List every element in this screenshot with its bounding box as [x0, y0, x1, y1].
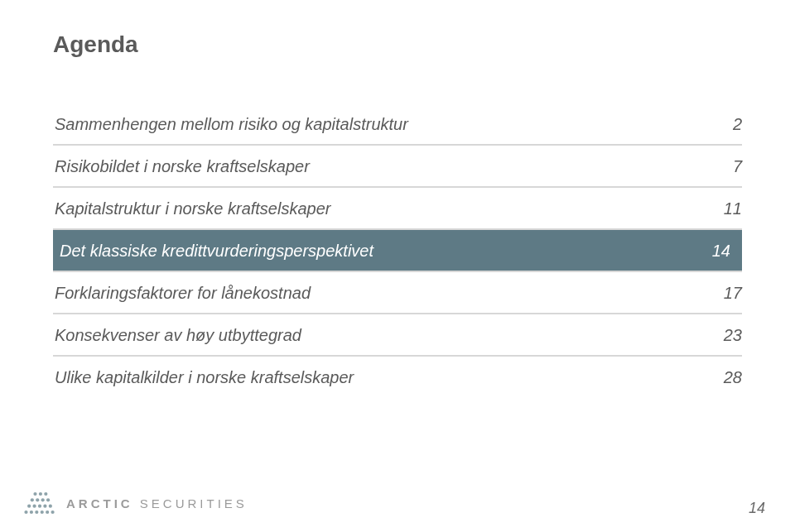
toc-item-label: Konsekvenser av høy utbyttegrad	[53, 314, 676, 356]
toc-item-label: Forklaringsfaktorer for lånekostnad	[53, 271, 676, 314]
svg-point-9	[43, 505, 46, 508]
svg-point-1	[30, 510, 33, 514]
svg-point-6	[27, 505, 31, 508]
svg-point-0	[24, 510, 27, 514]
svg-point-4	[46, 510, 49, 514]
svg-point-2	[35, 510, 38, 514]
toc-item-page: 17	[676, 271, 742, 314]
toc-row-active: Det klassiske kredittvurderingsperspekti…	[53, 229, 742, 271]
svg-point-5	[51, 510, 54, 514]
svg-point-16	[39, 492, 42, 496]
page-title: Agenda	[53, 31, 742, 58]
page-number: 14	[749, 500, 765, 517]
svg-point-7	[32, 505, 36, 508]
toc-table: Sammenhengen mellom risiko og kapitalstr…	[53, 103, 742, 397]
toc-row: Forklaringsfaktorer for lånekostnad 17	[53, 271, 742, 314]
toc-item-page: 14	[676, 229, 742, 271]
brand-name: ARCTIC SECURITIES	[66, 496, 248, 510]
toc-item-label: Kapitalstruktur i norske kraftselskaper	[53, 187, 676, 229]
toc-item-page: 2	[676, 103, 742, 145]
toc-row: Ulike kapitalkilder i norske kraftselska…	[53, 356, 742, 397]
svg-point-10	[49, 505, 52, 508]
svg-point-17	[44, 492, 47, 496]
svg-point-8	[38, 505, 41, 508]
toc-item-page: 23	[676, 314, 742, 356]
toc-item-page: 28	[676, 356, 742, 397]
brand-footer: ARCTIC SECURITIES	[22, 489, 248, 517]
toc-item-page: 11	[676, 187, 742, 229]
toc-row: Sammenhengen mellom risiko og kapitalstr…	[53, 103, 742, 145]
svg-point-12	[36, 498, 39, 501]
toc-item-page: 7	[676, 145, 742, 187]
svg-point-14	[46, 498, 50, 501]
toc-item-label: Ulike kapitalkilder i norske kraftselska…	[53, 356, 676, 397]
svg-point-15	[33, 492, 36, 496]
toc-item-label: Risikobildet i norske kraftselskaper	[53, 145, 676, 187]
svg-point-3	[41, 510, 44, 514]
toc-row: Risikobildet i norske kraftselskaper 7	[53, 145, 742, 187]
svg-point-13	[41, 498, 45, 501]
toc-row: Kapitalstruktur i norske kraftselskaper …	[53, 187, 742, 229]
toc-item-label: Det klassiske kredittvurderingsperspekti…	[53, 229, 676, 271]
brand-logo-icon	[22, 489, 58, 517]
toc-row: Konsekvenser av høy utbyttegrad 23	[53, 314, 742, 356]
toc-item-label: Sammenhengen mellom risiko og kapitalstr…	[53, 103, 676, 145]
svg-point-11	[31, 498, 34, 501]
